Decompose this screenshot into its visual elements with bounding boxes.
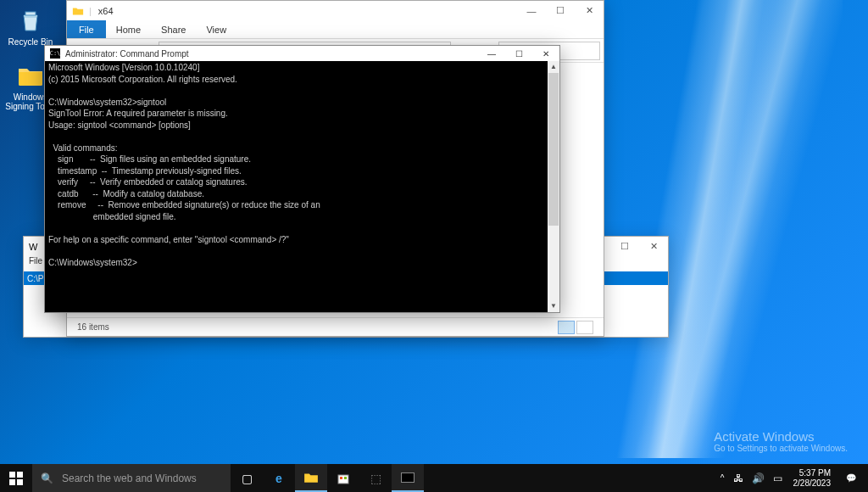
scroll-thumb[interactable] <box>548 73 559 226</box>
cmd-output[interactable]: Microsoft Windows [Version 10.0.10240] (… <box>45 61 559 312</box>
explorer-title: x64 <box>98 6 114 16</box>
cmd-title: Administrator: Command Prompt <box>65 49 189 59</box>
svg-rect-4 <box>17 479 23 485</box>
explorer-ribbon: File Home Share View <box>67 20 604 39</box>
explorer-task-button[interactable] <box>295 464 327 492</box>
cmd-minimize-button[interactable]: — <box>478 46 505 61</box>
search-icon: 🔍 <box>41 472 53 484</box>
ribbon-tab-share[interactable]: Share <box>151 25 196 35</box>
explorer-close-button[interactable]: ✕ <box>575 1 604 20</box>
qat-divider: | <box>89 6 92 16</box>
action-center-button[interactable]: 💬 <box>837 473 865 483</box>
bgwin-maximize-button[interactable]: ☐ <box>610 237 639 256</box>
store-button[interactable] <box>327 464 359 492</box>
recycle-bin-icon[interactable]: Recycle Bin <box>5 7 56 47</box>
cmd-task-button[interactable] <box>392 464 424 492</box>
svg-rect-1 <box>9 472 15 478</box>
svg-rect-5 <box>338 475 348 484</box>
taskbar-clock[interactable]: 5:37 PM 2/28/2023 <box>787 468 838 488</box>
cmd-maximize-button[interactable]: ☐ <box>505 46 532 61</box>
taskbar: 🔍 Search the web and Windows ▢ e ⬚ ^ 🖧 🔊… <box>0 464 868 492</box>
bgwin-title: W <box>29 242 37 252</box>
tray-overflow-button[interactable]: ^ <box>716 473 729 483</box>
clock-date: 2/28/2023 <box>793 478 832 489</box>
svg-rect-2 <box>17 472 23 478</box>
activate-sub: Go to Settings to activate Windows. <box>714 444 848 453</box>
start-button[interactable] <box>0 464 32 492</box>
unknown-app-button[interactable]: ⬚ <box>359 464 392 492</box>
taskbar-search-placeholder: Search the web and Windows <box>62 472 197 484</box>
taskbar-search-input[interactable]: 🔍 Search the web and Windows <box>32 464 231 492</box>
svg-rect-6 <box>340 477 342 479</box>
cmd-scrollbar[interactable]: ▲▼ <box>548 61 559 312</box>
svg-rect-7 <box>344 477 347 479</box>
activate-windows-watermark: Activate Windows Go to Settings to activ… <box>714 429 848 453</box>
svg-rect-3 <box>9 479 15 485</box>
cmd-icon: C:\ <box>50 48 60 59</box>
view-details-button[interactable] <box>558 321 575 334</box>
bgwin-close-button[interactable]: ✕ <box>639 237 668 256</box>
system-tray: ^ 🖧 🔊 ▭ 5:37 PM 2/28/2023 💬 <box>716 464 868 492</box>
scroll-down-button[interactable]: ▼ <box>548 300 559 312</box>
view-icons-button[interactable] <box>576 321 593 334</box>
ribbon-tab-home[interactable]: Home <box>106 25 151 35</box>
ribbon-file-tab[interactable]: File <box>67 20 106 38</box>
explorer-titlebar[interactable]: | x64 — ☐ ✕ <box>67 1 604 20</box>
input-icon[interactable]: ▭ <box>769 472 787 484</box>
edge-button[interactable]: e <box>263 464 295 492</box>
command-prompt-window[interactable]: C:\ Administrator: Command Prompt — ☐ ✕ … <box>44 45 560 313</box>
svg-rect-0 <box>25 12 36 15</box>
windows-logo-icon <box>9 472 23 485</box>
clock-time: 5:37 PM <box>793 468 832 478</box>
taskbar-apps: ▢ e ⬚ <box>231 464 424 492</box>
status-item-count: 16 items <box>77 322 109 332</box>
task-view-button[interactable]: ▢ <box>231 464 263 492</box>
scroll-up-button[interactable]: ▲ <box>548 61 559 73</box>
folder-icon <box>72 5 84 17</box>
explorer-qat: | <box>72 5 92 17</box>
cmd-text: Microsoft Windows [Version 10.0.10240] (… <box>48 63 320 267</box>
activate-title: Activate Windows <box>714 429 848 444</box>
ribbon-tab-view[interactable]: View <box>196 25 236 35</box>
explorer-statusbar: 16 items <box>67 317 604 336</box>
volume-icon[interactable]: 🔊 <box>748 472 769 484</box>
cmd-close-button[interactable]: ✕ <box>532 46 559 61</box>
cmd-titlebar[interactable]: C:\ Administrator: Command Prompt — ☐ ✕ <box>45 46 559 61</box>
network-icon[interactable]: 🖧 <box>729 472 748 484</box>
explorer-maximize-button[interactable]: ☐ <box>546 1 575 20</box>
explorer-minimize-button[interactable]: — <box>517 1 546 20</box>
